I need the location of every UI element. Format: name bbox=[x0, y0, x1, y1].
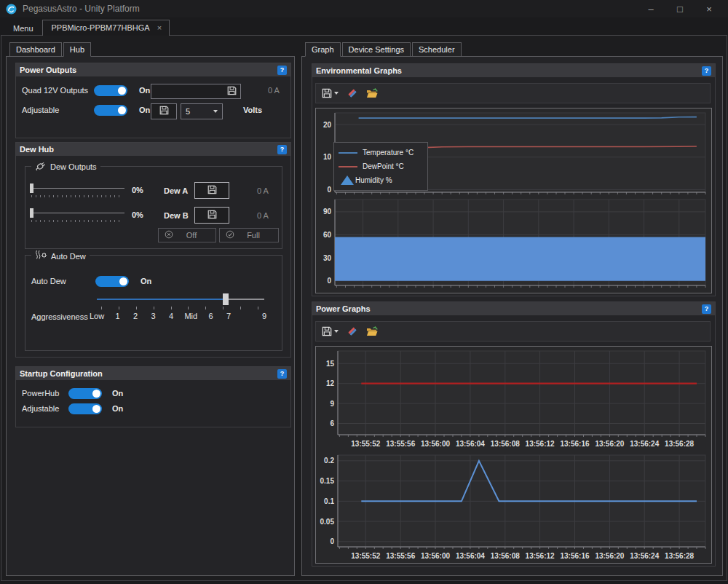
titlebar: PegasusAstro - Unity Platform – □ × bbox=[0, 0, 728, 17]
dew-b-current: 0 A bbox=[257, 211, 269, 220]
tab-menu[interactable]: Menu bbox=[4, 21, 42, 36]
startup-adjustable-toggle[interactable] bbox=[68, 403, 102, 414]
auto-dew-toggle[interactable] bbox=[95, 276, 129, 287]
adjustable-label: Adjustable bbox=[22, 106, 59, 114]
dew-full-label: Full bbox=[234, 231, 272, 240]
environmental-toolbar bbox=[315, 83, 711, 103]
dew-b-label: Dew B bbox=[164, 211, 189, 220]
device-right-panel: Graph Device Settings Scheduler Environm… bbox=[301, 42, 723, 576]
chart-svg-voltage: 69121513:55:5213:55:5613:56:0013:56:0413… bbox=[316, 347, 711, 451]
powerhub-toggle[interactable] bbox=[68, 388, 102, 399]
tab-device-settings[interactable]: Device Settings bbox=[342, 42, 411, 57]
tab-scheduler[interactable]: Scheduler bbox=[412, 42, 462, 57]
chart-svg-current: 00.050.10.150.213:55:5213:55:5613:56:001… bbox=[316, 451, 711, 563]
help-icon[interactable]: ? bbox=[277, 369, 287, 379]
tab-device[interactable]: PPBMicro-PPBM77HBHGA × bbox=[42, 20, 170, 36]
circle-x-icon bbox=[165, 230, 173, 240]
chevron-down-icon bbox=[334, 330, 339, 333]
save-icon bbox=[207, 209, 217, 222]
clear-graph-button[interactable] bbox=[347, 88, 357, 98]
tab-close-icon[interactable]: × bbox=[157, 23, 162, 32]
svg-text:0: 0 bbox=[327, 186, 331, 194]
svg-text:90: 90 bbox=[323, 208, 332, 216]
environmental-charts: 01020 Temperature °C DewPoint °C Humi bbox=[315, 108, 712, 293]
dew-a-slider[interactable] bbox=[30, 183, 124, 199]
auto-dew-label: Auto Dew bbox=[31, 277, 66, 285]
save-graph-button[interactable] bbox=[322, 88, 339, 98]
save-icon[interactable] bbox=[227, 85, 237, 98]
svg-text:13:55:52: 13:55:52 bbox=[351, 440, 380, 448]
svg-text:13:56:04: 13:56:04 bbox=[456, 440, 485, 448]
voltage-select[interactable]: 5 bbox=[181, 103, 223, 119]
tab-dashboard[interactable]: Dashboard bbox=[9, 42, 62, 57]
tab-graph[interactable]: Graph bbox=[305, 42, 341, 57]
app-logo-icon bbox=[6, 4, 17, 15]
legend-entry: DewPoint °C bbox=[339, 159, 423, 173]
quad-12v-current: 0 A bbox=[268, 86, 280, 95]
dew-b-save-button[interactable] bbox=[194, 207, 229, 224]
power-outputs-header: Power Outputs ? bbox=[16, 63, 290, 76]
svg-text:13:55:56: 13:55:56 bbox=[386, 440, 415, 448]
adjustable-save-button[interactable] bbox=[151, 103, 177, 119]
legend-entry: Temperature °C bbox=[339, 146, 423, 159]
dew-plug-icon bbox=[35, 161, 47, 173]
startup-configuration-header: Startup Configuration ? bbox=[16, 367, 290, 380]
dew-full-button[interactable]: Full bbox=[219, 228, 279, 242]
legend-triangle-swatch bbox=[341, 175, 354, 185]
dew-b-slider[interactable] bbox=[30, 208, 124, 224]
minimize-button[interactable]: – bbox=[636, 4, 665, 15]
power-graphs-title: Power Graphs bbox=[316, 304, 702, 313]
svg-text:13:56:04: 13:56:04 bbox=[456, 552, 485, 560]
help-icon[interactable]: ? bbox=[277, 66, 287, 75]
aggressiveness-slider-thumb[interactable] bbox=[223, 293, 229, 305]
dew-a-slider-thumb[interactable] bbox=[30, 184, 33, 193]
adjustable-toggle[interactable] bbox=[94, 105, 127, 116]
svg-text:0.15: 0.15 bbox=[320, 477, 335, 485]
dew-off-button[interactable]: Off bbox=[158, 228, 216, 242]
legend-entry: Humidity % bbox=[339, 173, 423, 187]
auto-dew-state: On bbox=[141, 277, 151, 285]
aggressiveness-ticks bbox=[101, 307, 258, 309]
main-tab-strip: Menu PPBMicro-PPBM77HBHGA × bbox=[4, 20, 170, 36]
powerhub-state: On bbox=[112, 389, 123, 398]
svg-text:13:56:20: 13:56:20 bbox=[595, 552, 624, 560]
aggressiveness-label: Aggressiveness bbox=[31, 312, 88, 321]
open-graph-button[interactable] bbox=[366, 88, 378, 98]
auto-dew-legend: Auto Dew bbox=[31, 250, 90, 262]
svg-text:13:56:16: 13:56:16 bbox=[560, 440, 589, 448]
help-icon[interactable]: ? bbox=[702, 66, 711, 76]
power-outputs-title: Power Outputs bbox=[20, 66, 277, 74]
help-icon[interactable]: ? bbox=[277, 145, 287, 154]
tab-hub[interactable]: Hub bbox=[63, 42, 91, 57]
clear-graph-button[interactable] bbox=[347, 326, 357, 336]
dew-a-label: Dew A bbox=[164, 186, 188, 195]
quad-12v-state: On bbox=[139, 86, 150, 95]
chevron-down-icon bbox=[334, 92, 339, 95]
svg-text:13:56:16: 13:56:16 bbox=[560, 552, 589, 560]
graph-tab-content: Environmental Graphs ? 01020 bbox=[301, 56, 723, 576]
powerhub-label: PowerHub bbox=[22, 389, 59, 398]
quad-12v-toggle[interactable] bbox=[94, 85, 127, 96]
dew-b-slider-thumb[interactable] bbox=[30, 208, 33, 218]
startup-adjustable-label: Adjustable bbox=[22, 404, 59, 413]
help-icon[interactable]: ? bbox=[702, 304, 711, 314]
save-graph-button[interactable] bbox=[322, 326, 339, 336]
svg-text:13:56:00: 13:56:00 bbox=[421, 440, 450, 448]
chart-svg-humidity: 0306090 bbox=[316, 197, 711, 293]
left-subtab-strip: Dashboard Hub bbox=[9, 42, 92, 57]
dew-a-save-button[interactable] bbox=[194, 182, 229, 199]
power-graphs-header: Power Graphs ? bbox=[312, 302, 715, 315]
quad-12v-label: Quad 12V Outputs bbox=[22, 86, 88, 95]
aggressiveness-slider[interactable] bbox=[97, 293, 264, 305]
startup-configuration-title: Startup Configuration bbox=[20, 369, 277, 378]
close-button[interactable]: × bbox=[695, 4, 724, 15]
circle-check-icon bbox=[226, 230, 234, 240]
svg-text:6: 6 bbox=[330, 419, 334, 427]
dew-b-percent: 0% bbox=[132, 210, 143, 219]
save-icon bbox=[159, 105, 169, 118]
chevron-down-icon bbox=[213, 110, 218, 113]
maximize-button[interactable]: □ bbox=[665, 4, 695, 15]
open-graph-button[interactable] bbox=[366, 326, 378, 336]
svg-text:9: 9 bbox=[330, 400, 334, 408]
quad-12v-name-input[interactable] bbox=[151, 84, 241, 99]
